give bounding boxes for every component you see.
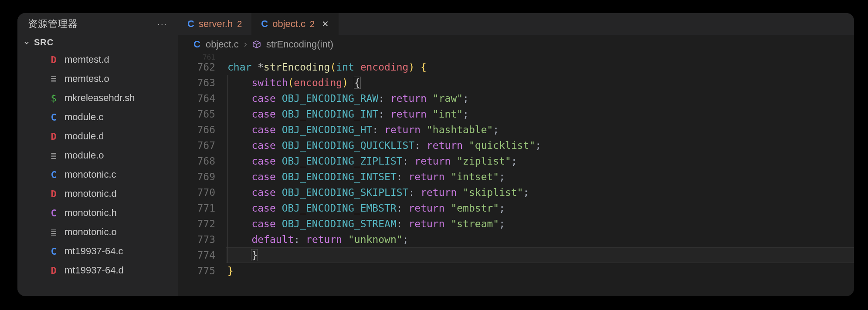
editor-tab[interactable]: Cserver.h2 bbox=[178, 13, 251, 35]
file-item[interactable]: ≣module.o bbox=[17, 146, 178, 165]
svg-line-2 bbox=[257, 43, 260, 44]
code-line[interactable]: case OBJ_ENCODING_INTSET: return "intset… bbox=[226, 169, 854, 185]
breadcrumb[interactable]: C object.c › strEncoding(int) bbox=[178, 35, 854, 54]
file-item[interactable]: ≣memtest.o bbox=[17, 69, 178, 88]
file-type-icon: ≣ bbox=[49, 150, 58, 161]
file-name: mt19937-64.d bbox=[64, 265, 124, 276]
tab-bar: Cserver.h2Cobject.c2✕ bbox=[178, 13, 854, 35]
line-number: 774 bbox=[178, 247, 215, 263]
editor-window: 资源管理器 ··· SRC Dmemtest.d≣memtest.o$mkrel… bbox=[17, 13, 854, 296]
code-line[interactable]: case OBJ_ENCODING_EMBSTR: return "embstr… bbox=[226, 200, 854, 216]
breadcrumb-symbol: strEncoding(int) bbox=[266, 39, 333, 50]
line-number: 765 bbox=[178, 106, 215, 122]
file-name: module.o bbox=[64, 150, 104, 161]
file-type-icon: C bbox=[49, 246, 58, 257]
file-name: memtest.d bbox=[64, 54, 109, 65]
editor-tab[interactable]: Cobject.c2✕ bbox=[251, 13, 339, 35]
line-number: 770 bbox=[178, 185, 215, 200]
line-number: 769 bbox=[178, 169, 215, 185]
chevron-down-icon bbox=[24, 40, 30, 46]
file-type-icon: C bbox=[49, 112, 58, 123]
code-content[interactable]: char *strEncoding(int encoding) { switch… bbox=[226, 54, 854, 296]
breadcrumb-file: object.c bbox=[206, 39, 239, 50]
folder-name: SRC bbox=[34, 37, 54, 47]
file-type-icon: D bbox=[49, 189, 58, 199]
code-line[interactable]: case OBJ_ENCODING_ZIPLIST: return "zipli… bbox=[226, 153, 854, 169]
line-number: 763 bbox=[178, 75, 215, 91]
tab-problems-badge: 2 bbox=[310, 19, 315, 29]
file-name: module.d bbox=[64, 131, 104, 142]
file-type-icon: $ bbox=[49, 93, 58, 104]
file-item[interactable]: ≣monotonic.o bbox=[17, 222, 178, 242]
line-number: 773 bbox=[178, 232, 215, 247]
line-number-gutter: 7617627637647657667677687697707717727737… bbox=[178, 54, 226, 296]
c-file-icon: C bbox=[261, 18, 268, 30]
svg-line-1 bbox=[253, 43, 257, 44]
file-item[interactable]: Cmonotonic.c bbox=[17, 165, 178, 184]
explorer-header: 资源管理器 ··· bbox=[17, 13, 178, 35]
file-name: monotonic.h bbox=[64, 207, 117, 219]
file-type-icon: D bbox=[49, 54, 58, 65]
c-file-icon: C bbox=[187, 18, 194, 30]
line-number: 767 bbox=[178, 138, 215, 153]
file-name: memtest.o bbox=[64, 73, 109, 84]
code-line[interactable]: } bbox=[226, 247, 854, 263]
code-line[interactable]: switch(encoding) { bbox=[226, 75, 854, 91]
code-line[interactable]: case OBJ_ENCODING_HT: return "hashtable"… bbox=[226, 122, 854, 138]
line-number: 766 bbox=[178, 122, 215, 138]
code-editor[interactable]: 7617627637647657667677687697707717727737… bbox=[178, 54, 854, 296]
line-number: 772 bbox=[178, 216, 215, 232]
file-name: monotonic.o bbox=[64, 226, 117, 238]
file-item[interactable]: Cmt19937-64.c bbox=[17, 242, 178, 261]
c-file-icon: C bbox=[193, 39, 200, 50]
sidebar: 资源管理器 ··· SRC Dmemtest.d≣memtest.o$mkrel… bbox=[17, 13, 178, 296]
file-name: monotonic.c bbox=[64, 169, 116, 180]
line-number: 771 bbox=[178, 200, 215, 216]
file-item[interactable]: Dmemtest.d bbox=[17, 50, 178, 69]
file-item[interactable]: $mkreleasehdr.sh bbox=[17, 88, 178, 108]
tab-filename: server.h bbox=[199, 18, 233, 30]
file-type-icon: C bbox=[49, 169, 58, 180]
tab-filename: object.c bbox=[272, 18, 305, 30]
line-number: 764 bbox=[178, 91, 215, 106]
file-type-icon: ≣ bbox=[49, 227, 58, 238]
code-line[interactable]: case OBJ_ENCODING_QUICKLIST: return "qui… bbox=[226, 138, 854, 153]
line-number: 775 bbox=[178, 263, 215, 279]
file-item[interactable]: Cmodule.c bbox=[17, 108, 178, 127]
code-line[interactable]: case OBJ_ENCODING_INT: return "int"; bbox=[226, 106, 854, 122]
file-type-icon: D bbox=[49, 131, 58, 142]
editor-area: Cserver.h2Cobject.c2✕ C object.c › strEn… bbox=[178, 13, 854, 296]
code-line[interactable]: case OBJ_ENCODING_SKIPLIST: return "skip… bbox=[226, 185, 854, 200]
file-type-icon: C bbox=[49, 208, 58, 219]
explorer-title: 资源管理器 bbox=[28, 17, 78, 30]
tab-problems-badge: 2 bbox=[237, 19, 242, 29]
file-type-icon: ≣ bbox=[49, 74, 58, 84]
line-number: 762 bbox=[178, 59, 215, 75]
file-name: mt19937-64.c bbox=[64, 246, 123, 257]
file-name: mkreleasehdr.sh bbox=[64, 92, 135, 104]
code-line[interactable]: char *strEncoding(int encoding) { bbox=[226, 59, 854, 75]
folder-section-header[interactable]: SRC bbox=[17, 35, 178, 50]
file-name: monotonic.d bbox=[64, 188, 117, 199]
more-icon[interactable]: ··· bbox=[157, 19, 167, 29]
code-line[interactable]: default: return "unknown"; bbox=[226, 232, 854, 247]
file-item[interactable]: Dmonotonic.d bbox=[17, 184, 178, 203]
line-number: 768 bbox=[178, 153, 215, 169]
file-item[interactable]: Dmt19937-64.d bbox=[17, 261, 178, 280]
symbol-method-icon bbox=[252, 40, 261, 49]
file-type-icon: D bbox=[49, 265, 58, 276]
close-icon[interactable]: ✕ bbox=[322, 19, 329, 29]
file-name: module.c bbox=[64, 111, 103, 123]
code-line[interactable]: } bbox=[226, 263, 854, 279]
code-line[interactable]: case OBJ_ENCODING_STREAM: return "stream… bbox=[226, 216, 854, 232]
chevron-right-icon: › bbox=[244, 39, 247, 50]
file-list: Dmemtest.d≣memtest.o$mkreleasehdr.shCmod… bbox=[17, 50, 178, 296]
file-item[interactable]: Dmodule.d bbox=[17, 127, 178, 146]
code-line[interactable]: case OBJ_ENCODING_RAW: return "raw"; bbox=[226, 91, 854, 106]
file-item[interactable]: Cmonotonic.h bbox=[17, 203, 178, 222]
